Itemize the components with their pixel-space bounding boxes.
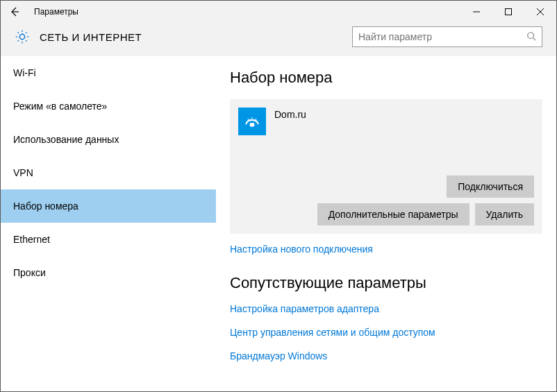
firewall-link[interactable]: Брандмауэр Windows — [230, 350, 542, 361]
svg-point-4 — [251, 117, 253, 119]
window-controls — [460, 1, 556, 23]
gear-icon — [15, 29, 30, 44]
search-icon — [526, 31, 536, 43]
sidebar-item-data-usage[interactable]: Использование данных — [1, 123, 216, 156]
maximize-button[interactable] — [492, 1, 524, 23]
close-icon — [537, 8, 544, 15]
connection-header: Dom.ru — [238, 108, 534, 135]
sidebar: Wi-Fi Режим «в самолете» Использование д… — [1, 56, 216, 392]
category-title: СЕТЬ И ИНТЕРНЕТ — [40, 31, 142, 43]
search-box[interactable] — [352, 26, 542, 47]
close-button[interactable] — [524, 1, 556, 23]
new-connection-link[interactable]: Настройка нового подключения — [230, 244, 542, 255]
connect-button[interactable]: Подключиться — [447, 176, 534, 198]
connection-name: Dom.ru — [274, 108, 306, 120]
section-title-related: Сопутствующие параметры — [230, 274, 542, 292]
maximize-icon — [505, 8, 512, 15]
svg-point-1 — [528, 32, 534, 38]
sidebar-item-proxy[interactable]: Прокси — [1, 256, 216, 289]
connection-card[interactable]: Dom.ru Подключиться Дополнительные парам… — [230, 99, 542, 234]
window-title: Параметры — [28, 7, 78, 17]
titlebar: Параметры — [1, 1, 556, 23]
sidebar-item-airplane-mode[interactable]: Режим «в самолете» — [1, 90, 216, 123]
search-input[interactable] — [358, 31, 526, 42]
svg-rect-2 — [250, 123, 255, 126]
sidebar-item-wifi[interactable]: Wi-Fi — [1, 56, 216, 90]
minimize-icon — [473, 8, 480, 15]
minimize-button[interactable] — [460, 1, 492, 23]
phone-icon — [238, 108, 266, 135]
main-content: Набор номера Dom.ru Подключиться Дополни… — [216, 56, 556, 392]
arrow-left-icon — [9, 6, 20, 17]
header: СЕТЬ И ИНТЕРНЕТ — [1, 23, 556, 56]
sidebar-item-ethernet[interactable]: Ethernet — [1, 223, 216, 256]
delete-button[interactable]: Удалить — [475, 203, 534, 225]
advanced-button[interactable]: Дополнительные параметры — [317, 203, 469, 225]
adapter-settings-link[interactable]: Настройка параметров адаптера — [230, 303, 542, 314]
svg-point-5 — [256, 119, 257, 120]
svg-rect-0 — [506, 9, 512, 15]
sidebar-item-dialup[interactable]: Набор номера — [1, 189, 216, 223]
sidebar-item-vpn[interactable]: VPN — [1, 156, 216, 189]
svg-point-3 — [248, 119, 249, 120]
network-sharing-link[interactable]: Центр управления сетями и общим доступом — [230, 327, 542, 338]
back-button[interactable] — [1, 1, 28, 23]
content-area: Wi-Fi Режим «в самолете» Использование д… — [1, 56, 556, 392]
section-title-dialup: Набор номера — [230, 69, 542, 87]
